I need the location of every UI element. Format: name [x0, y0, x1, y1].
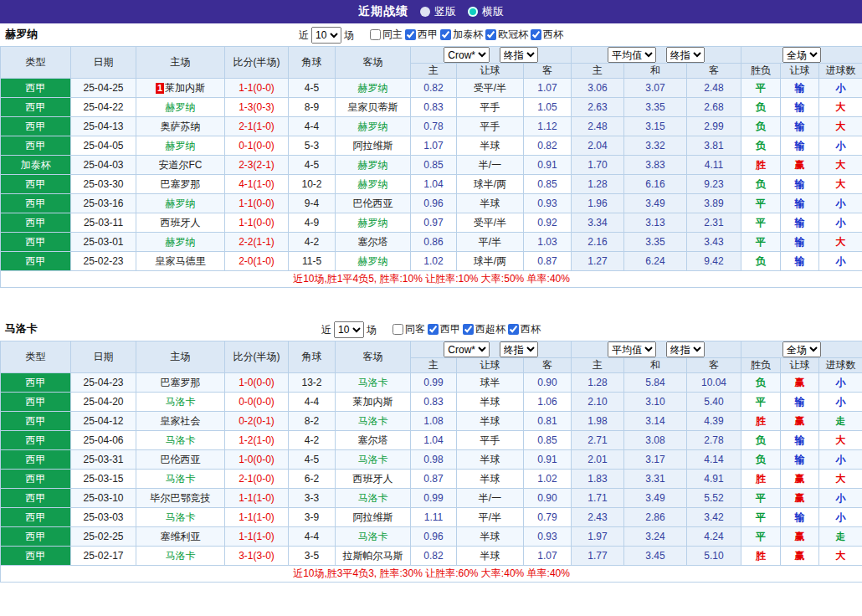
same-venue-filter[interactable]: 同客 — [393, 318, 425, 340]
competition-filter-1[interactable]: 加泰杯 — [440, 23, 483, 45]
goals-result: 大 — [819, 431, 862, 450]
match-row: 西甲25-03-10毕尔巴鄂竞技1-1(1-0)3-3马洛卡0.99半/一0.9… — [1, 489, 862, 508]
competition-type: 西甲 — [1, 547, 71, 566]
match-score: 1-1(0-0) — [225, 213, 289, 233]
avg-away-odds: 9.23 — [687, 175, 741, 194]
home-team-name: 马洛卡 — [166, 473, 196, 485]
home-team: 马洛卡 — [136, 508, 225, 527]
layout-option-horizontal[interactable]: 横版 — [468, 4, 504, 19]
match-date: 25-03-31 — [71, 450, 136, 470]
same-venue-filter[interactable]: 同主 — [370, 23, 403, 45]
col-header-crow-home: 主 — [411, 64, 457, 79]
avg-odds-select[interactable]: 平均值 — [608, 47, 656, 63]
competition-filter-3-checkbox[interactable] — [531, 29, 541, 40]
competition-filter-2[interactable]: 西杯 — [508, 318, 541, 340]
fulltime-select[interactable]: 全场 — [782, 47, 821, 63]
competition-type: 西甲 — [1, 450, 71, 470]
filter-games-label: 场 — [344, 24, 354, 46]
avg-home-odds: 1.28 — [572, 373, 624, 393]
match-score: 2-2(1-1) — [225, 233, 289, 252]
matches-table-girona: 类型 日期 主场 比分(半场) 角球 客场 Crow* 终指 平均值 终指 全场 — [0, 46, 862, 288]
competition-filter-0[interactable]: 西甲 — [405, 23, 438, 45]
avg-home-odds: 2.43 — [572, 508, 624, 527]
avg-away-odds: 5.40 — [687, 393, 741, 412]
crow-away-odds: 0.87 — [524, 252, 572, 271]
crow-home-odds: 1.04 — [411, 175, 457, 194]
competition-filter-0-checkbox[interactable] — [428, 324, 439, 335]
competition-type: 西甲 — [1, 213, 71, 233]
same-venue-filter-checkbox[interactable] — [370, 29, 381, 40]
away-team-name: 赫罗纳 — [358, 178, 388, 190]
competition-filter-3[interactable]: 西杯 — [531, 23, 563, 45]
avg-away-odds: 4.24 — [687, 527, 741, 547]
avg-odds-select[interactable]: 平均值 — [608, 341, 656, 357]
competition-filter-1-checkbox[interactable] — [440, 29, 451, 40]
match-date: 25-04-22 — [71, 98, 136, 117]
layout-option-horizontal-label: 横版 — [482, 4, 504, 19]
crow-final-select[interactable]: 终指 — [500, 341, 538, 357]
handicap-line: 半球 — [457, 527, 524, 547]
home-team-name: 皇家社会 — [161, 415, 201, 427]
crow-odds-select[interactable]: Crow* — [444, 341, 490, 357]
crow-odds-select[interactable]: Crow* — [444, 47, 490, 63]
competition-filter-2-checkbox[interactable] — [508, 324, 519, 335]
result: 负 — [741, 98, 781, 117]
fulltime-select[interactable]: 全场 — [782, 341, 821, 357]
competition-type: 西甲 — [1, 489, 71, 508]
competition-type: 加泰杯 — [1, 156, 71, 175]
competition-filter-0-checkbox[interactable] — [405, 29, 416, 40]
corner-kicks: 8-9 — [289, 98, 336, 117]
home-team: 巴塞罗那 — [136, 373, 225, 393]
match-count-select[interactable]: 10 — [334, 321, 364, 338]
layout-option-vertical[interactable]: 竖版 — [420, 4, 456, 19]
crow-final-select[interactable]: 终指 — [500, 47, 538, 63]
col-header-home: 主场 — [136, 341, 225, 373]
home-team-name: 马洛卡 — [166, 434, 196, 446]
handicap-result: 输 — [781, 233, 819, 252]
avg-draw-odds: 3.32 — [624, 136, 687, 156]
result: 负 — [741, 431, 781, 450]
col-header-away: 客场 — [336, 47, 411, 79]
same-venue-filter-checkbox[interactable] — [393, 324, 403, 335]
radio-unselected-icon[interactable] — [420, 7, 430, 17]
goals-result: 小 — [819, 194, 862, 213]
result: 平 — [741, 194, 781, 213]
competition-filter-2[interactable]: 欧冠杯 — [485, 23, 528, 45]
competition-type: 西甲 — [1, 373, 71, 393]
summary-row: 近10场,胜1平4负5, 胜率:10% 让胜率:10% 大率:50% 单率:40… — [1, 271, 862, 288]
avg-final-select[interactable]: 终指 — [666, 341, 705, 357]
team-bar: 马洛卡 近 10 场 同客西甲西超杯西杯 — [0, 318, 862, 341]
match-score: 1-1(1-0) — [225, 527, 289, 547]
away-team-name: 马洛卡 — [358, 415, 388, 427]
competition-filter-0-label: 西甲 — [418, 23, 438, 45]
match-row: 西甲25-04-06马洛卡1-2(1-0)4-2塞尔塔1.04平手0.852.7… — [1, 431, 862, 450]
away-team: 塞尔塔 — [336, 233, 411, 252]
result: 负 — [741, 175, 781, 194]
col-header-score: 比分(半场) — [225, 47, 289, 79]
filter-near-label: 近 — [299, 24, 309, 46]
avg-final-select[interactable]: 终指 — [666, 47, 705, 63]
competition-filter-1[interactable]: 西超杯 — [463, 318, 505, 340]
competition-filter-1-checkbox[interactable] — [463, 324, 474, 335]
away-team-name: 皇家贝蒂斯 — [348, 101, 398, 113]
col-header-date: 日期 — [71, 47, 136, 79]
same-venue-filter-label: 同主 — [382, 23, 403, 45]
match-date: 25-04-25 — [71, 79, 136, 98]
corner-kicks: 4-2 — [289, 431, 336, 450]
avg-away-odds: 2.31 — [687, 213, 741, 233]
match-date: 25-04-23 — [71, 373, 136, 393]
competition-filter-0[interactable]: 西甲 — [428, 318, 460, 340]
match-score: 2-1(1-0) — [225, 117, 289, 136]
home-team-name: 巴伦西亚 — [161, 454, 201, 465]
corner-kicks: 13-2 — [289, 373, 336, 393]
handicap-result: 输 — [781, 175, 819, 194]
handicap-line: 平手 — [457, 98, 524, 117]
radio-selected-icon[interactable] — [468, 7, 478, 17]
crow-home-odds: 0.96 — [411, 194, 457, 213]
match-date: 25-03-03 — [71, 508, 136, 527]
match-count-select[interactable]: 10 — [311, 27, 341, 44]
match-date: 25-04-12 — [71, 412, 136, 431]
competition-filter-2-checkbox[interactable] — [485, 29, 496, 40]
col-header-goals: 进球数 — [819, 64, 862, 79]
avg-draw-odds: 3.31 — [624, 470, 687, 489]
